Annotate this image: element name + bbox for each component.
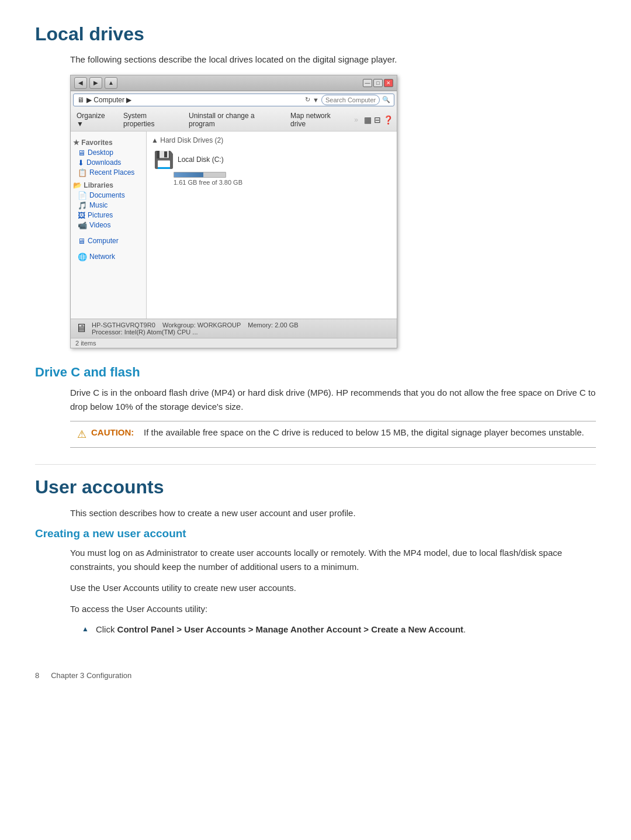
system-properties-button[interactable]: System properties <box>121 110 181 129</box>
section-divider <box>35 464 596 465</box>
sidebar-item-desktop[interactable]: 🖥 Desktop <box>73 148 144 158</box>
hdd-label: Local Disk (C:) <box>178 155 224 164</box>
help-icon[interactable]: ❓ <box>383 115 393 125</box>
titlebar-left: ◀ ▶ ▲ <box>74 77 117 89</box>
bullet-list: ▲ Click Control Panel > User Accounts > … <box>82 623 596 637</box>
videos-icon: 📹 <box>78 221 87 230</box>
bullet-text: Click Control Panel > User Accounts > Ma… <box>96 623 466 637</box>
user-accounts-intro: This section describes how to create a n… <box>70 506 596 520</box>
network-icon: 🌐 <box>78 253 87 261</box>
explorer-screenshot: ◀ ▶ ▲ — □ ✕ 🖥 ▶ Computer ▶ ↻ ▼ 🔍 <box>70 75 397 348</box>
address-bar[interactable]: 🖥 ▶ Computer ▶ ↻ ▼ 🔍 <box>73 94 394 106</box>
up-button[interactable]: ▲ <box>105 77 117 89</box>
back-button[interactable]: ◀ <box>74 77 87 89</box>
toolbar-more: » <box>354 116 358 124</box>
favorites-label: ★ Favorites <box>73 139 144 147</box>
pc-name: HP-SGTHGVRQT9R0 <box>92 322 155 329</box>
search-input[interactable] <box>321 95 380 105</box>
search-icon: 🔍 <box>382 96 390 103</box>
address-bar-right: ↻ ▼ 🔍 <box>305 95 390 105</box>
user-accounts-para2: Use the User Accounts utility to create … <box>70 581 596 595</box>
libraries-label: 📂 Libraries <box>73 181 144 189</box>
processor: Processor: Intel(R) Atom(TM) CPU ... <box>92 329 198 336</box>
sidebar-item-documents[interactable]: 📄 Documents <box>73 191 144 201</box>
forward-button[interactable]: ▶ <box>89 77 102 89</box>
caution-triangle-icon: ⚠ <box>77 427 86 443</box>
sidebar-item-videos[interactable]: 📹 Videos <box>73 220 144 230</box>
user-accounts-section: User accounts This section describes how… <box>35 476 596 637</box>
sidebar-item-network[interactable]: 🌐 Network <box>73 252 144 262</box>
creating-account-heading: Creating a new user account <box>35 527 596 540</box>
documents-icon: 📄 <box>78 191 87 200</box>
hdd-item: 💾 Local Disk (C:) 1.61 GB free of 3.80 G… <box>151 148 392 188</box>
sidebar-item-music[interactable]: 🎵 Music <box>73 201 144 210</box>
page-number: 8 <box>35 671 39 680</box>
explorer-footer: 🖥 HP-SGTHGVRQT9R0 Workgroup: WORKGROUP M… <box>71 319 397 338</box>
close-button[interactable]: ✕ <box>384 79 393 87</box>
hdd-section-title: ▲ Hard Disk Drives (2) <box>151 136 392 144</box>
hdd-icon-row: 💾 Local Disk (C:) <box>154 150 224 170</box>
minimize-button[interactable]: — <box>363 79 372 87</box>
pc-info: HP-SGTHGVRQT9R0 Workgroup: WORKGROUP Mem… <box>92 322 299 336</box>
computer-icon: 🖥 <box>77 96 84 104</box>
user-accounts-para1: You must log on as Administrator to crea… <box>70 546 596 574</box>
uninstall-button[interactable]: Uninstall or change a program <box>186 110 282 129</box>
bullet-triangle-icon: ▲ <box>82 625 89 633</box>
hdd-icon: 💾 <box>154 150 174 170</box>
user-accounts-para3: To access the User Accounts utility: <box>70 602 596 616</box>
bullet-item: ▲ Click Control Panel > User Accounts > … <box>82 623 596 637</box>
organize-button[interactable]: Organize ▼ <box>74 110 115 129</box>
drive-c-body: Drive C is in the onboard flash drive (M… <box>70 386 596 414</box>
explorer-body: ★ Favorites 🖥 Desktop ⬇ Downloads 📋 Rece… <box>71 132 397 319</box>
sidebar-item-pictures[interactable]: 🖼 Pictures <box>73 210 144 220</box>
chapter-label: Chapter 3 Configuration <box>51 671 131 680</box>
workgroup: Workgroup: WORKGROUP <box>162 322 241 329</box>
drive-c-section: Drive C and flash Drive C is in the onbo… <box>35 365 596 448</box>
memory: Memory: 2.00 GB <box>248 322 298 329</box>
hdd-progress-fill <box>174 172 203 177</box>
window-controls: — □ ✕ <box>363 79 393 87</box>
page-footer: 8 Chapter 3 Configuration <box>35 671 596 680</box>
view-icon[interactable]: ⊟ <box>374 115 381 125</box>
maximize-button[interactable]: □ <box>373 79 383 87</box>
user-accounts-heading: User accounts <box>35 476 596 498</box>
refresh-icon: ↻ <box>305 96 310 103</box>
view-details-icon[interactable]: ▦ <box>364 115 372 125</box>
explorer-toolbar: Organize ▼ System properties Uninstall o… <box>71 109 397 132</box>
desktop-icon: 🖥 <box>78 148 85 157</box>
sidebar-item-downloads[interactable]: ⬇ Downloads <box>73 158 144 168</box>
pictures-icon: 🖼 <box>78 211 85 220</box>
sidebar-item-recent[interactable]: 📋 Recent Places <box>73 168 144 178</box>
drive-c-heading: Drive C and flash <box>35 365 596 380</box>
explorer-main-panel: ▲ Hard Disk Drives (2) 💾 Local Disk (C:)… <box>147 132 397 319</box>
computer-sidebar-icon: 🖥 <box>78 237 85 246</box>
recent-icon: 📋 <box>78 168 87 177</box>
intro-paragraph: The following sections describe the loca… <box>70 53 596 67</box>
address-path: 🖥 ▶ Computer ▶ <box>77 96 303 104</box>
items-count: 2 items <box>71 338 397 348</box>
page-title: Local drives <box>35 23 596 45</box>
map-network-button[interactable]: Map network drive <box>288 110 348 129</box>
explorer-sidebar: ★ Favorites 🖥 Desktop ⬇ Downloads 📋 Rece… <box>71 132 147 319</box>
sidebar-item-computer[interactable]: 🖥 Computer <box>73 236 144 246</box>
music-icon: 🎵 <box>78 201 87 210</box>
caution-box: ⚠ CAUTION: If the available free space o… <box>70 421 596 448</box>
hdd-progress-bar <box>174 172 226 178</box>
explorer-titlebar: ◀ ▶ ▲ — □ ✕ <box>71 75 397 91</box>
dropdown-icon: ▼ <box>313 96 319 103</box>
downloads-icon: ⬇ <box>78 158 84 167</box>
hdd-freespace: 1.61 GB free of 3.80 GB <box>174 179 242 186</box>
caution-text: CAUTION: If the available free space on … <box>91 426 584 440</box>
pc-footer-icon: 🖥 <box>75 322 87 335</box>
